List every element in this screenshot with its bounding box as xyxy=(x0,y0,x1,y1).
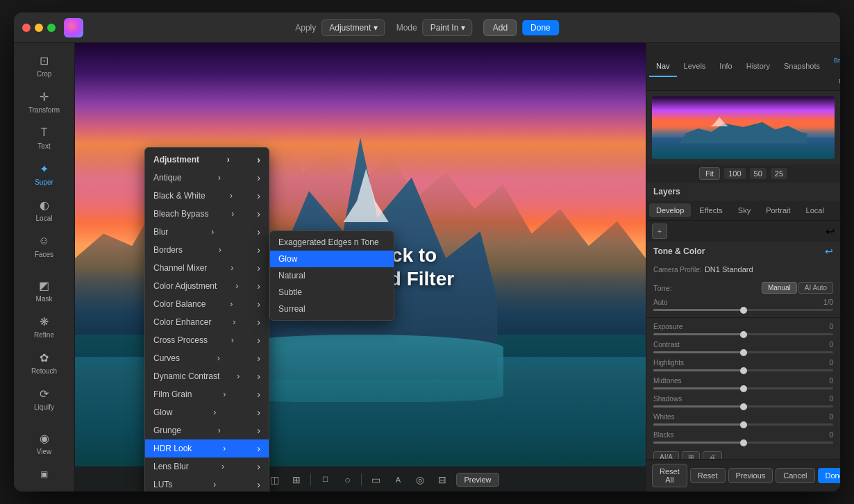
menu-item-luts[interactable]: LUTs› xyxy=(145,476,269,492)
tool-mask[interactable]: ◩ Mask xyxy=(20,274,69,307)
tool-crop[interactable]: ⊡ Crop xyxy=(20,49,69,82)
submenu-item-subtle[interactable]: Subtle xyxy=(270,284,394,301)
tone-label: Tone: xyxy=(653,284,672,292)
menu-item-adjustment[interactable]: Adjustment › xyxy=(145,151,269,169)
profile-value: DN1 Standard xyxy=(705,265,753,274)
text-overlay-icon[interactable]: A xyxy=(390,471,406,488)
reset-button[interactable]: Reset xyxy=(690,468,726,483)
menu-item-film-grain[interactable]: Film Grain› xyxy=(145,385,269,403)
tool-retouch[interactable]: ✿ Retouch xyxy=(20,346,69,379)
auto-slider[interactable] xyxy=(653,309,833,311)
menu-item-curves[interactable]: Curves› xyxy=(145,349,269,367)
preview-button[interactable]: Preview xyxy=(456,473,499,487)
add-button[interactable]: Add xyxy=(484,19,517,36)
tab-history[interactable]: History xyxy=(739,56,777,77)
tool-super[interactable]: ✦ Super xyxy=(20,157,69,190)
tool-local[interactable]: ◐ Local xyxy=(20,193,69,226)
context-menu: Adjustment › Antique› Black & White› Ble… xyxy=(144,147,269,492)
shadows-label: Shadows xyxy=(653,395,682,403)
resize-button[interactable]: ⊞ xyxy=(682,451,700,459)
layer-tab-portrait[interactable]: Portrait xyxy=(759,203,797,217)
adjustment-button[interactable]: Adjustment ▾ xyxy=(321,19,385,36)
reset-all-button[interactable]: Reset All xyxy=(652,464,687,487)
menu-item-borders[interactable]: Borders› xyxy=(145,241,269,259)
tab-nav[interactable]: Nav xyxy=(649,56,677,77)
done-button[interactable]: Done xyxy=(522,20,559,35)
print-button[interactable]: 🖨 xyxy=(703,451,722,459)
menu-item-color-enhancer[interactable]: Color Enhancer› xyxy=(145,313,269,331)
fit-button[interactable]: Fit xyxy=(699,167,720,180)
close-button[interactable] xyxy=(22,24,31,32)
tool-user[interactable]: 👤 xyxy=(20,490,69,492)
layer-tab-sky[interactable]: Sky xyxy=(731,203,757,217)
minimize-button[interactable] xyxy=(35,24,43,32)
menu-item-color-adjustment[interactable]: Color Adjustment› xyxy=(145,277,269,295)
layer-tab-develop[interactable]: Develop xyxy=(649,203,691,217)
frame-icon[interactable]: ▭ xyxy=(367,471,384,488)
layer-tab-effects[interactable]: Effects xyxy=(692,203,729,217)
paint-in-button[interactable]: Paint In ▾ xyxy=(423,19,473,36)
zoom-50: 50 xyxy=(750,168,767,179)
blacks-row: Blacks 0 xyxy=(646,429,840,447)
menu-item-grunge[interactable]: Grunge› xyxy=(145,421,269,439)
done-action-button[interactable]: Done xyxy=(818,468,840,483)
tool-view[interactable]: ◉ View xyxy=(20,426,69,460)
tool-faces[interactable]: ☺ Faces xyxy=(20,229,69,262)
undo-layer-icon[interactable]: ↩ xyxy=(826,225,835,238)
menu-item-channel-mixer[interactable]: Channel Mixer› xyxy=(145,259,269,277)
manual-button[interactable]: Manual xyxy=(762,282,797,294)
title-bar-center: Apply Adjustment ▾ Mode Paint In ▾ Add D… xyxy=(295,19,559,36)
submenu-item-natural[interactable]: Natural xyxy=(270,267,394,284)
highlights-slider[interactable] xyxy=(653,369,833,371)
tab-info[interactable]: Info xyxy=(712,56,739,77)
menu-item-antique[interactable]: Antique› xyxy=(145,169,269,187)
menu-item-cross-process[interactable]: Cross Process› xyxy=(145,331,269,349)
menu-item-bleach-bypass[interactable]: Bleach Bypass› xyxy=(145,205,269,223)
tool-transform[interactable]: ✛ Transform xyxy=(20,85,69,118)
browse-button[interactable]: ⊞ Browse xyxy=(831,46,840,67)
cancel-button[interactable]: Cancel xyxy=(776,468,814,483)
add-layer-icon[interactable]: + xyxy=(652,224,667,239)
midtones-value: 0 xyxy=(829,377,833,385)
menu-item-black-white[interactable]: Black & White› xyxy=(145,187,269,205)
checkbox-icon[interactable]: ☐ xyxy=(317,471,333,488)
contrast-slider[interactable] xyxy=(653,351,833,353)
tab-levels[interactable]: Levels xyxy=(677,56,713,77)
edit-button[interactable]: ✏ Edit xyxy=(836,67,840,87)
submenu-item-exaggerated[interactable]: Exaggerated Edges n Tone xyxy=(270,234,394,251)
menu-item-glow[interactable]: Glow› xyxy=(145,403,269,421)
retouch-icon: ✿ xyxy=(37,350,52,365)
tool-refine[interactable]: ❋ Refine xyxy=(20,310,69,343)
submenu-item-surreal[interactable]: Surreal xyxy=(270,301,394,317)
traffic-lights xyxy=(22,24,56,32)
menu-item-lens-blur[interactable]: Lens Blur› xyxy=(145,457,269,476)
view-compare-icon[interactable]: ⊞ xyxy=(288,471,305,488)
ai-all-button[interactable]: AI/A xyxy=(653,451,679,459)
menu-item-color-balance[interactable]: Color Balance› xyxy=(145,295,269,313)
grid-icon[interactable]: ⊟ xyxy=(434,471,451,488)
layer-tab-local[interactable]: Local xyxy=(799,203,831,217)
ai-auto-button[interactable]: AI Auto xyxy=(798,282,833,294)
tab-snapshots[interactable]: Snapshots xyxy=(777,56,827,77)
tool-compare[interactable]: ▣ xyxy=(20,462,69,486)
whites-slider[interactable] xyxy=(653,423,833,426)
submenu-hdr-look: Exaggerated Edges n Tone Glow Natural Su… xyxy=(269,230,394,321)
mode-label: Mode xyxy=(396,23,417,33)
circle-overlay-icon[interactable]: ◎ xyxy=(412,471,428,488)
tool-text[interactable]: T Text xyxy=(20,121,69,154)
submenu-item-glow[interactable]: Glow xyxy=(270,251,394,267)
tone-reset-icon[interactable]: ↩ xyxy=(825,246,833,257)
layers-header: Layers xyxy=(646,183,840,201)
blacks-slider[interactable] xyxy=(653,442,833,444)
tone-title: Tone & Color xyxy=(653,246,705,256)
circle-icon[interactable]: ○ xyxy=(339,471,355,488)
shadows-slider[interactable] xyxy=(653,405,833,408)
previous-button[interactable]: Previous xyxy=(728,468,773,483)
exposure-slider[interactable] xyxy=(653,333,833,335)
midtones-slider[interactable] xyxy=(653,387,833,389)
tool-liquify[interactable]: ⟳ Liquify xyxy=(20,382,69,415)
menu-item-blur[interactable]: Blur› xyxy=(145,223,269,241)
menu-item-dynamic-contrast[interactable]: Dynamic Contrast› xyxy=(145,367,269,385)
menu-item-hdr-look[interactable]: HDR Look› xyxy=(145,439,269,457)
maximize-button[interactable] xyxy=(47,24,56,32)
